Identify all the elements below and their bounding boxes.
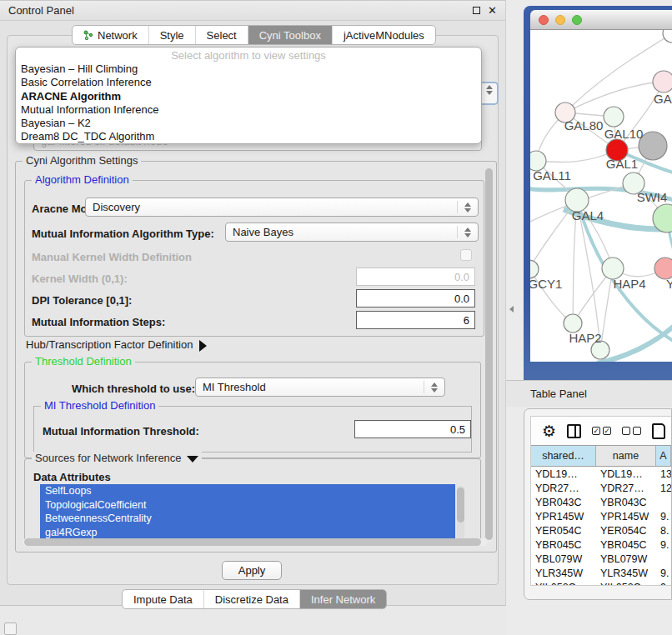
sources-group-title: Sources for Network Inference (32, 452, 202, 464)
algorithm-definition-title: Algorithm Definition (32, 173, 133, 186)
network-canvas[interactable]: GALGAL80GAL10GAL1GAL11GAL4SWI4GCY1HAP4YH… (530, 30, 672, 362)
attribute-item[interactable]: SelfLoops (40, 484, 455, 498)
algorithm-option[interactable]: Dream8 DC_TDC Algorithm (16, 130, 481, 143)
network-node-gcy1[interactable] (530, 260, 539, 278)
table-row[interactable]: YER054CYER054C8. (531, 523, 671, 538)
hub-definition-expander[interactable]: Hub/Transcription Factor Definition (26, 338, 207, 353)
network-edge[interactable] (530, 200, 577, 269)
algorithm-option[interactable]: ARACNE Algorithm (16, 90, 481, 103)
table-row[interactable]: YDL19…YDL19…13 (531, 467, 671, 481)
select-all-icon[interactable]: ✓✓ (592, 427, 611, 435)
minimize-window-icon[interactable] (555, 15, 565, 25)
minimized-panel-icon[interactable] (4, 622, 17, 635)
mi-type-label: Mutual Information Algorithm Type: (32, 228, 214, 240)
network-node-gal[interactable] (653, 71, 672, 92)
bottom-tab-impute-data[interactable]: Impute Data (123, 590, 204, 608)
table-row[interactable]: YPR145WYPR145W9. (531, 509, 671, 523)
mi-type-value: Naive Bayes (233, 226, 293, 238)
tab-style[interactable]: Style (149, 26, 196, 44)
zoom-window-icon[interactable] (572, 15, 582, 25)
table-cell: 9. (656, 509, 671, 523)
table-cell: YIL052C (596, 580, 656, 585)
attribute-item[interactable]: gal4RGexp (40, 526, 455, 540)
attribute-item[interactable]: BetweennessCentrality (40, 512, 455, 526)
settings-vertical-scrollbar[interactable] (485, 168, 493, 542)
column-header-name[interactable]: name (596, 446, 656, 466)
network-node[interactable] (663, 30, 672, 42)
tab-label: Network (98, 29, 138, 42)
table-row[interactable]: YBL079WYBL079W (531, 552, 671, 566)
network-edge[interactable] (597, 322, 672, 362)
table-row[interactable]: YBR043CYBR043C (531, 495, 671, 509)
hub-definition-label: Hub/Transcription Factor Definition (26, 338, 193, 351)
kernel-width-label: Kernel Width (0,1): (32, 272, 128, 285)
algorithm-option[interactable]: Bayesian – Hill Climbing (16, 62, 481, 76)
node-label: GCY1 (530, 277, 562, 291)
dpi-tolerance-value: 0.0 (454, 292, 469, 305)
sources-group: Sources for Network Inference Data Attri… (24, 458, 481, 543)
bottom-tab-label: Infer Network (311, 593, 375, 606)
column-header-A[interactable]: A (656, 446, 671, 466)
network-node-gal10[interactable] (604, 107, 624, 127)
network-window-titlebar[interactable] (530, 10, 672, 30)
dpi-tolerance-field[interactable]: 0.0 (356, 289, 475, 308)
close-window-icon[interactable] (539, 15, 549, 25)
network-edge[interactable] (536, 150, 617, 162)
algorithm-option[interactable]: Bayesian – K2 (16, 117, 481, 130)
settings-horizontal-scrollbar[interactable] (23, 538, 488, 546)
apply-button[interactable]: Apply (222, 561, 282, 580)
which-threshold-label: Which threshold to use: (72, 382, 195, 395)
which-threshold-combo[interactable]: MI Threshold (195, 378, 445, 397)
table-cell: 8. (656, 523, 671, 538)
attribute-item[interactable]: TopologicalCoefficient (40, 498, 455, 512)
mi-threshold-field[interactable]: 0.5 (354, 420, 471, 438)
tab-label: Cyni Toolbox (259, 29, 321, 42)
algorithm-option[interactable]: Mutual Information Inference (16, 103, 481, 117)
table-row[interactable]: YLR345WYLR345W9. (531, 566, 671, 580)
table-row[interactable]: YIL052CYIL052C9. (531, 580, 671, 585)
tab-jactivemnodules[interactable]: jActiveMNodules (333, 26, 435, 44)
bottom-tab-infer-network[interactable]: Infer Network (300, 590, 386, 608)
table-row[interactable]: YBR045CYBR045C9. (531, 538, 671, 552)
network-edge[interactable] (600, 268, 613, 350)
kernel-width-field[interactable]: 0.0 (356, 268, 475, 286)
apply-button-label: Apply (238, 564, 266, 577)
dpi-tolerance-label: DPI Tolerance [0,1]: (32, 294, 132, 307)
node-label: GAL10 (604, 127, 644, 141)
aracne-mode-combo[interactable]: Discovery (85, 198, 479, 217)
tab-network[interactable]: Network (73, 26, 149, 44)
table-cell: 12 (656, 481, 671, 495)
mi-type-combo[interactable]: Naive Bayes (225, 222, 479, 242)
gear-icon[interactable]: ⚙ (542, 423, 556, 439)
algorithm-definition-group: Algorithm Definition Aracne Mode: Discov… (24, 180, 484, 337)
attributes-scrollbar[interactable] (457, 486, 464, 539)
columns-icon[interactable] (567, 424, 581, 438)
column-header-shared[interactable]: shared… (531, 446, 596, 466)
manual-kernel-checkbox[interactable] (460, 249, 472, 261)
table-panel-window: ⚙ ✓✓ shared…nameA YDL19…YDL19…13YDR27…YD… (524, 408, 672, 600)
close-panel-icon[interactable]: ✕ (488, 5, 497, 16)
table-row[interactable]: YDR27…YDR27…12 (531, 481, 671, 495)
mi-threshold-label: Mutual Information Threshold: (43, 425, 199, 438)
bottom-tab-label: Discretize Data (215, 593, 288, 606)
mi-steps-label: Mutual Information Steps: (32, 316, 165, 328)
table-cell: YDL19… (596, 467, 656, 481)
table-cell: YBR045C (531, 538, 596, 552)
float-panel-icon[interactable] (473, 7, 480, 14)
bottom-tab-discretize-data[interactable]: Discretize Data (204, 590, 300, 608)
network-icon (83, 30, 93, 40)
table-cell: 9. (656, 538, 671, 552)
new-table-icon[interactable] (652, 423, 665, 439)
tab-cyni-toolbox[interactable]: Cyni Toolbox (248, 26, 333, 44)
control-panel-tabs: NetworkStyleSelectCyni ToolboxjActiveMNo… (72, 25, 436, 45)
deselect-all-icon[interactable] (622, 427, 641, 435)
data-attributes-list[interactable]: SelfLoopsTopologicalCoefficientBetweenne… (40, 484, 455, 541)
mi-steps-value: 6 (464, 314, 469, 327)
table-cell: 9. (656, 580, 671, 585)
split-divider-arrow-icon[interactable] (509, 306, 514, 312)
table-toolbar: ⚙ ✓✓ (531, 417, 671, 445)
tab-select[interactable]: Select (196, 26, 248, 44)
network-node-hap2[interactable] (564, 314, 582, 332)
mi-steps-field[interactable]: 6 (356, 311, 475, 329)
algorithm-option[interactable]: Basic Correlation Inference (16, 76, 481, 89)
